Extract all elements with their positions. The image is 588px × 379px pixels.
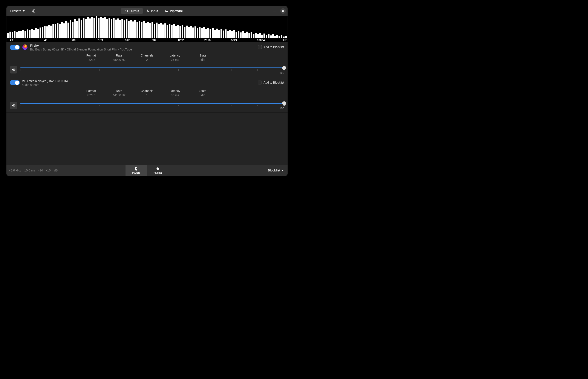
svg-point-4	[136, 169, 137, 170]
shuffle-icon	[31, 9, 35, 13]
tab-pipewire[interactable]: PipeWire	[162, 8, 186, 14]
microphone-icon	[146, 9, 150, 13]
menu-button[interactable]	[271, 8, 278, 14]
shuffle-button[interactable]	[30, 8, 36, 14]
volume-slider[interactable]: 100	[20, 103, 284, 108]
titlebar: Presets Output Input PipeWire	[6, 6, 287, 16]
status-level-r: -16	[46, 169, 50, 172]
mute-button[interactable]	[10, 102, 17, 109]
player-row: Firefox Big Buck Bunny 60fps 4K - Offici…	[6, 42, 287, 77]
hamburger-icon	[273, 9, 277, 13]
player-enable-toggle[interactable]	[10, 80, 20, 85]
status-latency: 10.0 ms	[24, 169, 35, 172]
close-icon	[282, 10, 284, 12]
volume-slider[interactable]: 100	[20, 67, 284, 72]
speaker-icon	[125, 9, 128, 13]
blocklist-label: Add to Blocklist	[264, 45, 284, 49]
status-db: dB	[54, 169, 58, 172]
tab-output[interactable]: Output	[121, 8, 143, 14]
player-icon	[134, 167, 138, 171]
presets-button[interactable]: Presets	[8, 8, 27, 14]
volume-value: 100	[279, 71, 284, 75]
monitor-icon	[165, 9, 169, 13]
app-window: Presets Output Input PipeWire	[6, 6, 287, 176]
blocklist-checkbox[interactable]	[258, 45, 262, 49]
svg-rect-5	[136, 168, 137, 168]
nav-players[interactable]: Players	[126, 165, 147, 176]
volume-icon	[12, 103, 16, 107]
player-row: VLC media player (LibVLC 3.0.16) audio s…	[6, 77, 287, 112]
tab-input[interactable]: Input	[143, 8, 162, 14]
player-subtitle: Big Buck Bunny 60fps 4K - Official Blend…	[30, 48, 132, 51]
nav-plugins[interactable]: Plugins	[147, 165, 169, 176]
status-info: 48.0 kHz 10.0 ms -14 -16 dB	[6, 169, 58, 172]
player-enable-toggle[interactable]	[10, 45, 20, 50]
volume-value: 100	[279, 107, 284, 110]
presets-label: Presets	[10, 9, 21, 13]
mute-button[interactable]	[10, 66, 17, 74]
player-subtitle: audio stream	[22, 83, 68, 87]
status-rate: 48.0 kHz	[9, 169, 21, 172]
close-button[interactable]	[280, 8, 286, 14]
tab-group: Output Input PipeWire	[38, 8, 270, 14]
player-name: VLC media player (LibVLC 3.0.16)	[22, 79, 68, 83]
statusbar: 48.0 kHz 10.0 ms -14 -16 dB Players Plug…	[6, 165, 287, 176]
chevron-down-icon	[23, 10, 25, 12]
blocklist-button[interactable]: Blocklist	[266, 167, 286, 174]
chevron-up-icon	[282, 170, 284, 171]
players-list: Firefox Big Buck Bunny 60fps 4K - Offici…	[6, 42, 287, 165]
firefox-icon	[22, 44, 28, 50]
spectrum-analyzer: 20408015931763212622518502410024Hz	[6, 16, 287, 42]
puzzle-icon	[156, 167, 160, 171]
blocklist-checkbox[interactable]	[258, 80, 262, 84]
svg-rect-0	[147, 9, 148, 11]
player-name: Firefox	[30, 44, 132, 47]
svg-rect-1	[165, 10, 168, 12]
volume-icon	[12, 68, 16, 72]
blocklist-label: Add to Blocklist	[264, 81, 284, 84]
status-level-l: -14	[38, 169, 43, 172]
